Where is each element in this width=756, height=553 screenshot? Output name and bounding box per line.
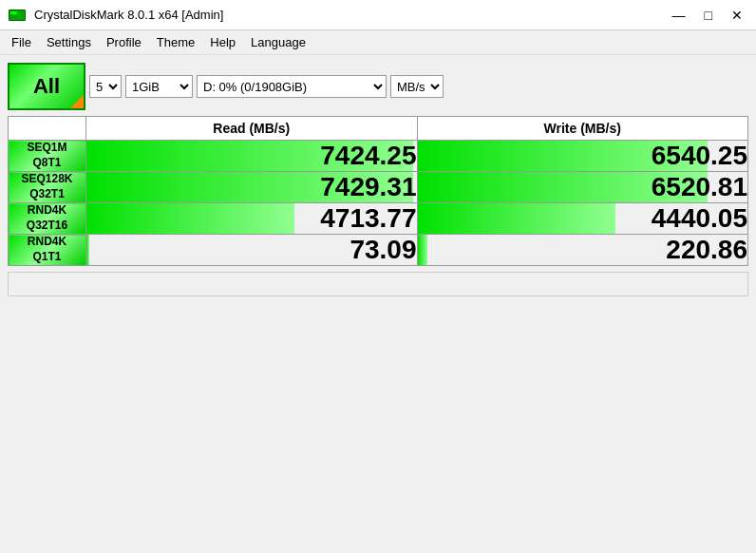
- write-value-3: 220.86: [417, 235, 748, 266]
- all-button[interactable]: All: [8, 63, 85, 110]
- row-label-3: RND4KQ1T1: [9, 235, 86, 266]
- write-value-2: 4440.05: [417, 203, 748, 235]
- unit-select[interactable]: MB/s GB/s: [390, 75, 444, 98]
- menu-item-theme[interactable]: Theme: [149, 33, 202, 51]
- row-label-0: SEQ1MQ8T1: [9, 141, 86, 172]
- controls-row: All 5 1 3 1GiB 512MiB 2GiB D: 0% (0/1908…: [8, 63, 748, 110]
- read-value-2: 4713.77: [86, 203, 418, 235]
- row-label-1: SEQ128KQ32T1: [9, 172, 86, 203]
- header-read: Read (MB/s): [86, 117, 418, 141]
- table-row: RND4KQ1T173.09220.86: [9, 235, 748, 266]
- svg-rect-3: [10, 15, 17, 18]
- read-value-3: 73.09: [86, 235, 418, 266]
- header-write: Write (MB/s): [417, 117, 748, 141]
- maximize-button[interactable]: □: [699, 6, 718, 25]
- size-select[interactable]: 1GiB 512MiB 2GiB: [125, 75, 193, 98]
- read-value-0: 7424.25: [86, 141, 418, 172]
- row-label-2: RND4KQ32T16: [9, 203, 86, 235]
- title-bar-controls: — □ ✕: [667, 6, 748, 25]
- status-bar: [8, 272, 748, 296]
- drive-select[interactable]: D: 0% (0/1908GiB): [197, 75, 387, 98]
- table-row: RND4KQ32T164713.774440.05: [9, 203, 748, 235]
- menu-item-settings[interactable]: Settings: [39, 33, 99, 51]
- table-row: SEQ128KQ32T17429.316520.81: [9, 172, 748, 203]
- read-value-1: 7429.31: [86, 172, 418, 203]
- menu-item-file[interactable]: File: [4, 33, 39, 51]
- minimize-button[interactable]: —: [667, 6, 691, 25]
- table-row: SEQ1MQ8T17424.256540.25: [9, 141, 748, 172]
- menu-item-help[interactable]: Help: [202, 33, 243, 51]
- main-content: All 5 1 3 1GiB 512MiB 2GiB D: 0% (0/1908…: [0, 55, 756, 304]
- title-bar-left: CrystalDiskMark 8.0.1 x64 [Admin]: [8, 6, 223, 25]
- menu-bar: FileSettingsProfileThemeHelpLanguage: [0, 30, 756, 55]
- header-label: [9, 117, 86, 141]
- close-button[interactable]: ✕: [726, 6, 748, 25]
- app-title: CrystalDiskMark 8.0.1 x64 [Admin]: [34, 8, 223, 22]
- svg-rect-2: [10, 11, 17, 14]
- runs-select[interactable]: 5 1 3: [89, 75, 122, 98]
- table-header-row: Read (MB/s) Write (MB/s): [9, 117, 748, 141]
- app-icon: [8, 6, 27, 25]
- write-value-0: 6540.25: [417, 141, 748, 172]
- benchmark-table: Read (MB/s) Write (MB/s) SEQ1MQ8T17424.2…: [8, 116, 748, 266]
- title-bar: CrystalDiskMark 8.0.1 x64 [Admin] — □ ✕: [0, 0, 756, 30]
- menu-item-language[interactable]: Language: [243, 33, 313, 51]
- menu-item-profile[interactable]: Profile: [99, 33, 149, 51]
- write-value-1: 6520.81: [417, 172, 748, 203]
